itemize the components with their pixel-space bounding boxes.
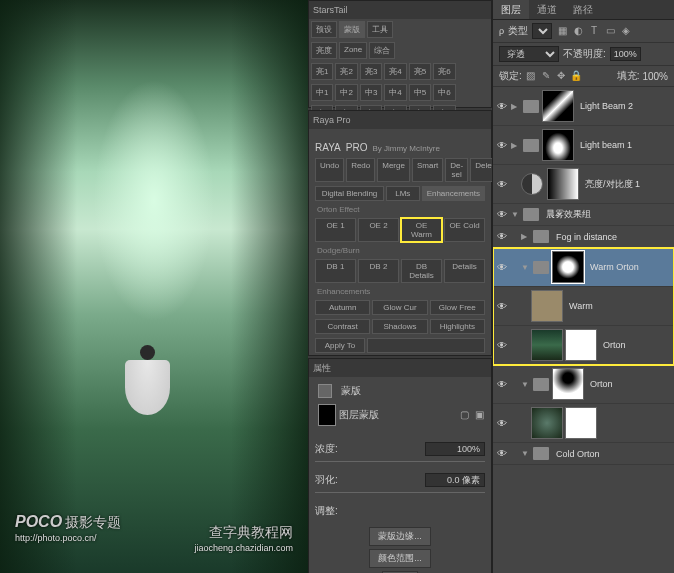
st-btn[interactable]: 中6 <box>433 84 455 101</box>
st-btn[interactable]: 亮6 <box>433 63 455 80</box>
layer-name[interactable]: Warm Orton <box>590 262 671 272</box>
visibility-toggle[interactable]: 👁 <box>493 340 511 351</box>
layer-name[interactable]: Cold Orton <box>556 449 671 459</box>
visibility-toggle[interactable]: 👁 <box>493 101 511 112</box>
mask-thumb[interactable] <box>552 251 584 283</box>
opacity-value[interactable]: 100% <box>610 47 641 61</box>
layer-thumb[interactable] <box>531 290 563 322</box>
st-btn[interactable]: 中4 <box>384 84 406 101</box>
layer-name[interactable]: Orton <box>590 379 671 389</box>
layer-name[interactable]: Light beam 1 <box>580 140 671 150</box>
st-btn[interactable]: 亮1 <box>311 63 333 80</box>
tab-paths[interactable]: 路径 <box>565 0 601 19</box>
filter-text-icon[interactable]: T <box>588 25 600 37</box>
color-range-button[interactable]: 颜色范围... <box>369 549 431 568</box>
filter-adj-icon[interactable]: ◐ <box>572 25 584 37</box>
visibility-toggle[interactable]: 👁 <box>493 379 511 390</box>
db-details-button[interactable]: DB Details <box>401 259 442 283</box>
layer-name[interactable]: Light Beam 2 <box>580 101 671 111</box>
expand-toggle[interactable]: ▼ <box>511 210 523 219</box>
expand-toggle[interactable]: ▶ <box>521 232 533 241</box>
layer-thumb[interactable] <box>531 407 563 439</box>
lock-all-icon[interactable]: 🔒 <box>570 70 582 82</box>
shadows-button[interactable]: Shadows <box>372 319 427 334</box>
mask-thumb[interactable] <box>542 90 574 122</box>
st-btn[interactable]: Zone <box>339 42 367 59</box>
mask-thumb[interactable] <box>552 368 584 400</box>
mask-thumb[interactable] <box>565 407 597 439</box>
raya-merge[interactable]: Merge <box>377 158 410 182</box>
filter-kind[interactable] <box>532 23 552 39</box>
layer-item[interactable]: 👁▼Orton <box>493 365 674 404</box>
filter-shape-icon[interactable]: ▭ <box>604 25 616 37</box>
lock-position-icon[interactable]: ✥ <box>555 70 567 82</box>
st-btn[interactable]: 预设 <box>311 21 337 38</box>
layer-name[interactable]: 晨雾效果组 <box>546 208 671 221</box>
st-btn[interactable]: 亮2 <box>335 63 357 80</box>
mask-edge-button[interactable]: 蒙版边缘... <box>369 527 431 546</box>
oe-cold-button[interactable]: OE Cold <box>444 218 485 242</box>
filter-smart-icon[interactable]: ◈ <box>620 25 632 37</box>
raya-smart[interactable]: Smart <box>412 158 443 182</box>
visibility-toggle[interactable]: 👁 <box>493 262 511 273</box>
st-btn[interactable]: 亮5 <box>409 63 431 80</box>
lock-transparency-icon[interactable]: ▨ <box>525 70 537 82</box>
layer-name[interactable]: Orton <box>603 340 671 350</box>
st-btn[interactable]: 中1 <box>311 84 333 101</box>
expand-toggle[interactable]: ▼ <box>521 449 533 458</box>
layer-name[interactable]: Fog in distance <box>556 232 671 242</box>
lock-pixels-icon[interactable]: ✎ <box>540 70 552 82</box>
layer-item[interactable]: 👁▼Warm Orton <box>493 248 674 287</box>
layer-group[interactable]: 👁▼Cold Orton <box>493 443 674 465</box>
visibility-toggle[interactable]: 👁 <box>493 140 511 151</box>
oe-warm-button[interactable]: OE Warm <box>401 218 442 242</box>
st-btn[interactable]: 中2 <box>335 84 357 101</box>
mask-thumb[interactable] <box>547 168 579 200</box>
document-preview[interactable]: POCO 摄影专题 http://photo.poco.cn/ 查字典教程网 j… <box>0 0 308 573</box>
tab-lms[interactable]: LMs <box>386 186 420 201</box>
feather-input[interactable] <box>425 473 485 487</box>
highlights-button[interactable]: Highlights <box>430 319 485 334</box>
layer-item[interactable]: 👁Warm <box>493 287 674 326</box>
db1-button[interactable]: DB 1 <box>315 259 356 283</box>
fill-value[interactable]: 100% <box>642 71 668 82</box>
st-btn[interactable]: 工具 <box>367 21 393 38</box>
pixel-mask-icon[interactable]: ▢ <box>458 409 470 421</box>
expand-toggle[interactable]: ▶ <box>511 141 523 150</box>
raya-undo[interactable]: Undo <box>315 158 344 182</box>
vector-mask-icon[interactable]: ▣ <box>473 409 485 421</box>
layer-group[interactable]: 👁▶Fog in distance <box>493 226 674 248</box>
raya-desel[interactable]: De-sel <box>445 158 468 182</box>
visibility-toggle[interactable]: 👁 <box>493 418 511 429</box>
blend-mode-select[interactable]: 穿透 <box>499 46 559 62</box>
mask-thumb[interactable] <box>565 329 597 361</box>
density-input[interactable] <box>425 442 485 456</box>
layer-thumb[interactable] <box>531 329 563 361</box>
oe1-button[interactable]: OE 1 <box>315 218 356 242</box>
expand-toggle[interactable]: ▶ <box>511 102 523 111</box>
st-btn[interactable]: 中5 <box>409 84 431 101</box>
glowcur-button[interactable]: Glow Cur <box>372 300 427 315</box>
db2-button[interactable]: DB 2 <box>358 259 399 283</box>
mask-type-icon[interactable] <box>318 384 332 398</box>
contrast-button[interactable]: Contrast <box>315 319 370 334</box>
visibility-toggle[interactable]: 👁 <box>493 209 511 220</box>
layer-item[interactable]: 👁 <box>493 404 674 443</box>
layer-name[interactable]: Warm <box>569 301 671 311</box>
layer-name[interactable]: 亮度/对比度 1 <box>585 178 671 191</box>
props-tab[interactable]: 属性 <box>309 359 491 377</box>
applyto-dropdown[interactable] <box>367 338 485 353</box>
visibility-toggle[interactable]: 👁 <box>493 231 511 242</box>
applyto-button[interactable]: Apply To <box>315 338 365 353</box>
layer-group[interactable]: 👁▼晨雾效果组 <box>493 204 674 226</box>
mask-thumb[interactable] <box>542 129 574 161</box>
tab-channels[interactable]: 通道 <box>529 0 565 19</box>
st-btn[interactable]: 综合 <box>369 42 395 59</box>
layer-item[interactable]: 👁Orton <box>493 326 674 365</box>
visibility-toggle[interactable]: 👁 <box>493 301 511 312</box>
raya-redo[interactable]: Redo <box>346 158 375 182</box>
st-btn[interactable]: 亮3 <box>360 63 382 80</box>
details-button[interactable]: Details <box>444 259 485 283</box>
filter-pixel-icon[interactable]: ▦ <box>556 25 568 37</box>
tab-digital-blending[interactable]: Digital Blending <box>315 186 384 201</box>
